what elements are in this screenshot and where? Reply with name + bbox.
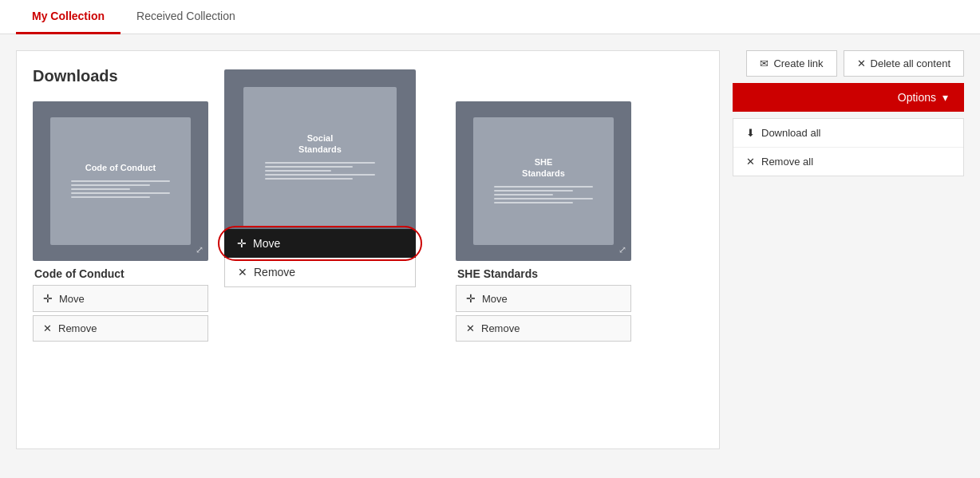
remove-icon: [238, 266, 247, 279]
tab-received-collection[interactable]: Received Collection: [121, 0, 251, 34]
remove-all-option[interactable]: Remove all: [733, 148, 963, 176]
card-label: Code of Conduct: [33, 267, 208, 280]
move-icon: [237, 237, 247, 250]
card-label: SHE Standards: [456, 267, 631, 280]
options-dropdown: Download all Remove all: [733, 118, 964, 176]
tab-my-collection[interactable]: My Collection: [16, 0, 121, 34]
card-social-standards: SocialStandards Social Standards: [224, 69, 416, 264]
move-icon: [43, 292, 53, 305]
remove-icon: [466, 322, 475, 334]
card-she-standards: SHEStandards SHE Standards: [456, 101, 631, 342]
options-button[interactable]: Options: [733, 83, 964, 112]
card-code-of-conduct: Code of Conduct Code of Conduct: [33, 101, 208, 342]
collection-panel: Downloads Code of Conduct: [16, 50, 720, 449]
tabs-bar: My Collection Received Collection: [0, 0, 980, 34]
card-image-title: SHEStandards: [522, 156, 565, 180]
move-icon: [466, 292, 476, 305]
move-button-she-standards[interactable]: Move: [456, 285, 631, 312]
card-image-title: Code of Conduct: [85, 162, 156, 173]
download-all-option[interactable]: Download all: [733, 119, 963, 148]
delete-all-button[interactable]: Delete all content: [844, 50, 964, 77]
create-link-button[interactable]: Create link: [746, 50, 836, 77]
popup-remove-button[interactable]: Remove: [224, 258, 416, 287]
cards-row: Code of Conduct Code of Conduct: [33, 101, 703, 342]
card-image: SocialStandards: [224, 69, 416, 245]
card-image: Code of Conduct: [33, 101, 208, 261]
expand-icon: [618, 242, 626, 256]
x-icon: [746, 156, 755, 168]
popup-move-button[interactable]: Move: [224, 229, 416, 258]
remove-button-code-of-conduct[interactable]: Remove: [33, 315, 208, 342]
action-bar: Create link Delete all content: [733, 50, 964, 77]
download-icon: [746, 127, 755, 139]
envelope-icon: [760, 57, 769, 69]
card-image: SHEStandards: [456, 101, 631, 261]
chevron-icon: [942, 91, 948, 104]
card-image-title: SocialStandards: [298, 132, 342, 156]
right-panel: Create link Delete all content Options D…: [733, 50, 964, 449]
move-button-code-of-conduct[interactable]: Move: [33, 285, 208, 312]
expand-icon: [196, 242, 204, 256]
remove-button-she-standards[interactable]: Remove: [456, 315, 631, 342]
card-popup: Move Remove: [224, 229, 416, 287]
remove-icon: [43, 322, 52, 334]
x-icon: [857, 57, 866, 69]
